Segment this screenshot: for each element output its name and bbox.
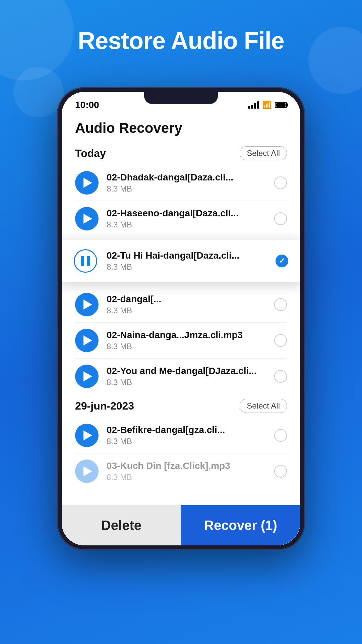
audio-info-1: 02-Dhadak-dangal[Daza.cli... 8.3 MB [107,172,266,194]
radio-btn-4[interactable] [274,298,287,311]
audio-item-4: 02-dangal[... 8.3 MB [62,287,300,322]
bg-decoration [13,67,64,117]
play-triangle-icon [83,300,92,310]
audio-item-7: 02-Befikre-dangal[gza.cli... 8.3 MB [62,418,300,453]
phone-inner: 10:00 📶 Audio Recovery [62,92,300,545]
app-title: Audio Recovery [75,120,287,136]
radio-btn-6[interactable] [274,370,287,383]
list-content: Today Select All 02-Dhadak-dangal[Daza.c… [62,142,300,489]
section-today-label: Today [75,147,106,160]
delete-button[interactable]: Delete [62,505,181,545]
radio-btn-5[interactable] [274,334,287,347]
play-triangle-icon [83,466,92,476]
phone-notch [144,92,218,104]
audio-size-1: 8.3 MB [107,184,266,194]
play-button-8[interactable] [75,460,99,483]
audio-name-7: 02-Befikre-dangal[gza.cli... [107,425,266,435]
pause-button-3[interactable] [74,249,97,273]
play-button-6[interactable] [75,365,99,388]
recover-button[interactable]: Recover (1) [181,505,300,545]
wifi-icon: 📶 [262,101,272,109]
check-icon: ✓ [279,257,285,265]
play-triangle-icon [83,178,92,188]
radio-btn-7[interactable] [274,429,287,442]
section-date-label: 29-jun-2023 [75,400,134,412]
audio-size-7: 8.3 MB [107,437,266,446]
audio-info-5: 02-Naina-danga...Jmza.cli.mp3 8.3 MB [107,330,266,351]
play-triangle-icon [83,214,92,224]
audio-size-2: 8.3 MB [107,220,266,229]
audio-info-6: 02-You and Me-dangal[DJaza.cli... 8.3 MB [107,366,266,387]
radio-btn-2[interactable] [274,212,287,225]
play-button-5[interactable] [75,329,99,352]
page-title: Restore Audio File [0,27,362,55]
section-date-header: 29-jun-2023 Select All [62,394,300,418]
bottom-bar: Delete Recover (1) [62,505,300,545]
audio-info-2: 02-Haseeno-dangal[Daza.cli... 8.3 MB [107,208,266,229]
audio-info-7: 02-Befikre-dangal[gza.cli... 8.3 MB [107,425,266,446]
audio-info-4: 02-dangal[... 8.3 MB [107,294,266,315]
app-header: Audio Recovery [62,112,300,142]
audio-name-5: 02-Naina-danga...Jmza.cli.mp3 [107,330,266,340]
section-today-header: Today Select All [62,142,300,165]
status-icons: 📶 [248,101,287,109]
play-button-1[interactable] [75,171,99,195]
audio-item-2: 02-Haseeno-dangal[Daza.cli... 8.3 MB [62,201,300,236]
audio-name-6: 02-You and Me-dangal[DJaza.cli... [107,366,266,376]
audio-size-8: 8.3 MB [107,473,266,482]
signal-icon [248,101,259,109]
audio-item-8: 03-Kuch Din [fza.Click].mp3 8.3 MB [62,453,300,489]
audio-size-4: 8.3 MB [107,306,266,315]
app-content: Audio Recovery Today Select All 02-Dhada… [62,112,300,545]
audio-item-6: 02-You and Me-dangal[DJaza.cli... 8.3 MB [62,359,300,394]
play-triangle-icon [83,430,92,440]
audio-size-6: 8.3 MB [107,378,266,387]
audio-info-3: 02-Tu Hi Hai-dangal[Daza.cli... 8.3 MB [107,250,266,272]
audio-name-1: 02-Dhadak-dangal[Daza.cli... [107,172,266,183]
select-all-date-button[interactable]: Select All [240,399,287,413]
audio-name-4: 02-dangal[... [107,294,266,305]
play-button-7[interactable] [75,424,99,447]
play-triangle-icon [83,335,92,345]
audio-info-8: 03-Kuch Din [fza.Click].mp3 8.3 MB [107,461,266,482]
play-triangle-icon [83,371,92,381]
audio-name-8: 03-Kuch Din [fza.Click].mp3 [107,461,266,471]
phone-frame: 10:00 📶 Audio Recovery [57,87,305,550]
audio-item-1: 02-Dhadak-dangal[Daza.cli... 8.3 MB [62,165,300,201]
playing-card: 02-Tu Hi Hai-dangal[Daza.cli... 8.3 MB ✓ [62,240,300,282]
radio-btn-8[interactable] [274,465,287,478]
audio-name-2: 02-Haseeno-dangal[Daza.cli... [107,208,266,219]
play-button-2[interactable] [75,207,99,230]
audio-name-3: 02-Tu Hi Hai-dangal[Daza.cli... [107,250,266,261]
audio-size-5: 8.3 MB [107,342,266,351]
pause-icon [81,256,90,266]
battery-icon [275,102,287,108]
select-all-today-button[interactable]: Select All [240,146,287,160]
audio-item-5: 02-Naina-danga...Jmza.cli.mp3 8.3 MB [62,323,300,358]
radio-btn-1[interactable] [274,176,287,189]
play-button-4[interactable] [75,293,99,316]
radio-btn-3[interactable]: ✓ [276,255,288,267]
status-time: 10:00 [75,100,99,110]
audio-size-3: 8.3 MB [107,262,266,272]
